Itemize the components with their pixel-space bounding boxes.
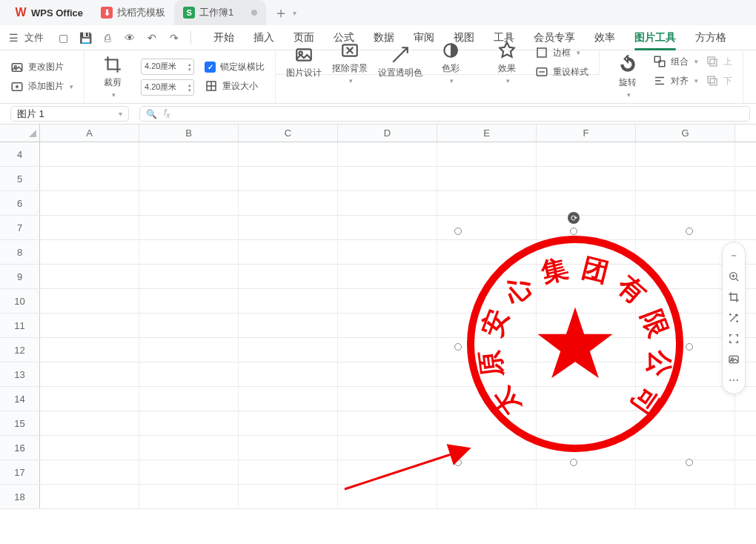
- border-button[interactable]: 边框: [535, 46, 588, 59]
- add-picture-button[interactable]: 添加图片: [10, 80, 73, 93]
- menu-start[interactable]: 开始: [213, 31, 234, 44]
- cell[interactable]: [139, 314, 239, 337]
- cell[interactable]: [338, 216, 437, 239]
- col-header-C[interactable]: C: [239, 125, 338, 142]
- cell[interactable]: [40, 167, 139, 190]
- float-minus-button[interactable]: －: [725, 247, 743, 265]
- cell[interactable]: [537, 460, 636, 484]
- template-tab[interactable]: ⬇ 找稻壳模板: [92, 0, 174, 25]
- cell[interactable]: [239, 485, 338, 508]
- cell[interactable]: [636, 142, 735, 166]
- width-input[interactable]: 4.20厘米: [141, 79, 194, 96]
- cell[interactable]: [338, 289, 437, 313]
- cell[interactable]: [139, 142, 239, 166]
- col-header-G[interactable]: G: [636, 125, 735, 142]
- cell[interactable]: [239, 387, 338, 411]
- remove-bg-button[interactable]: 抠除背景: [332, 41, 368, 84]
- menu-ffg[interactable]: 方方格: [695, 31, 726, 44]
- row-header-4[interactable]: 4: [0, 142, 40, 166]
- cell[interactable]: [40, 485, 139, 508]
- cell[interactable]: [338, 265, 437, 288]
- cell[interactable]: [338, 411, 437, 435]
- cell[interactable]: [338, 338, 437, 362]
- name-box[interactable]: 图片 1: [10, 106, 129, 122]
- cell[interactable]: [40, 411, 139, 435]
- row-header-10[interactable]: 10: [0, 289, 40, 313]
- resize-handle-se[interactable]: [686, 459, 693, 466]
- cell[interactable]: [139, 338, 239, 362]
- qat-save-icon[interactable]: 💾: [79, 32, 91, 44]
- height-input[interactable]: 4.20厘米: [141, 59, 194, 75]
- col-header-A[interactable]: A: [40, 125, 139, 142]
- cell[interactable]: [239, 167, 338, 190]
- row-header-18[interactable]: 18: [0, 485, 40, 508]
- cell[interactable]: [338, 460, 437, 484]
- cell[interactable]: [239, 191, 338, 215]
- cell[interactable]: [139, 240, 239, 264]
- row-header-12[interactable]: 12: [0, 338, 40, 362]
- cell[interactable]: [338, 314, 437, 337]
- cell[interactable]: [239, 216, 338, 239]
- cell[interactable]: [239, 314, 338, 337]
- qat-new-icon[interactable]: ▢: [57, 32, 69, 44]
- cell[interactable]: [139, 362, 239, 386]
- float-magic-button[interactable]: [725, 309, 743, 327]
- row-header-6[interactable]: 6: [0, 191, 40, 215]
- reset-size-button[interactable]: 重设大小: [205, 79, 265, 93]
- cell[interactable]: [139, 167, 239, 190]
- cell[interactable]: [40, 240, 139, 264]
- cell[interactable]: [537, 191, 636, 215]
- cell[interactable]: [139, 191, 239, 215]
- cell[interactable]: [139, 460, 239, 484]
- color-button[interactable]: 色彩: [433, 41, 468, 84]
- cell[interactable]: [40, 314, 139, 337]
- new-tab-button[interactable]: ＋▾: [266, 0, 304, 25]
- row-header-17[interactable]: 17: [0, 460, 40, 484]
- cell[interactable]: [139, 436, 239, 460]
- cell[interactable]: [40, 362, 139, 386]
- cell[interactable]: [636, 485, 735, 508]
- float-focus-button[interactable]: [725, 330, 743, 348]
- resize-handle-w[interactable]: [454, 343, 462, 351]
- cell[interactable]: [40, 289, 139, 313]
- cell[interactable]: [40, 387, 139, 411]
- formula-bar[interactable]: 🔍 fx: [139, 106, 750, 122]
- cell[interactable]: [239, 460, 338, 484]
- row-header-11[interactable]: 11: [0, 314, 40, 337]
- cell[interactable]: [338, 240, 437, 264]
- menu-insert[interactable]: 插入: [253, 31, 274, 44]
- cell[interactable]: [338, 362, 437, 386]
- menu-data[interactable]: 数据: [374, 31, 394, 44]
- resize-handle-nw[interactable]: [454, 228, 462, 235]
- effect-button[interactable]: 效果: [489, 41, 525, 84]
- cell[interactable]: [139, 485, 239, 508]
- cell[interactable]: [40, 436, 139, 460]
- cell[interactable]: [636, 191, 735, 215]
- cell[interactable]: [636, 167, 735, 190]
- select-all-corner[interactable]: [0, 125, 40, 142]
- cell[interactable]: [437, 191, 537, 215]
- col-header-B[interactable]: B: [139, 125, 239, 142]
- app-tab[interactable]: W WPS Office: [6, 0, 92, 25]
- resize-handle-sw[interactable]: [454, 459, 462, 466]
- cell[interactable]: [239, 362, 338, 386]
- row-header-13[interactable]: 13: [0, 362, 40, 386]
- cell[interactable]: [338, 191, 437, 215]
- cell[interactable]: [239, 240, 338, 264]
- qat-redo-icon[interactable]: ↷: [168, 32, 180, 44]
- row-header-16[interactable]: 16: [0, 436, 40, 460]
- cell[interactable]: [537, 142, 636, 166]
- cell[interactable]: [139, 387, 239, 411]
- cell[interactable]: [239, 436, 338, 460]
- menu-picture-tools[interactable]: 图片工具: [634, 31, 676, 44]
- cell[interactable]: [239, 289, 338, 313]
- row-header-5[interactable]: 5: [0, 167, 40, 190]
- qat-print-icon[interactable]: ⎙: [102, 32, 113, 44]
- cell[interactable]: [139, 216, 239, 239]
- cell[interactable]: [338, 142, 437, 166]
- float-crop-button[interactable]: [725, 288, 743, 306]
- row-header-14[interactable]: 14: [0, 387, 40, 411]
- cell[interactable]: [239, 411, 338, 435]
- stamp-image[interactable]: 太原安心集团有限公司: [467, 236, 683, 452]
- cell[interactable]: [338, 167, 437, 190]
